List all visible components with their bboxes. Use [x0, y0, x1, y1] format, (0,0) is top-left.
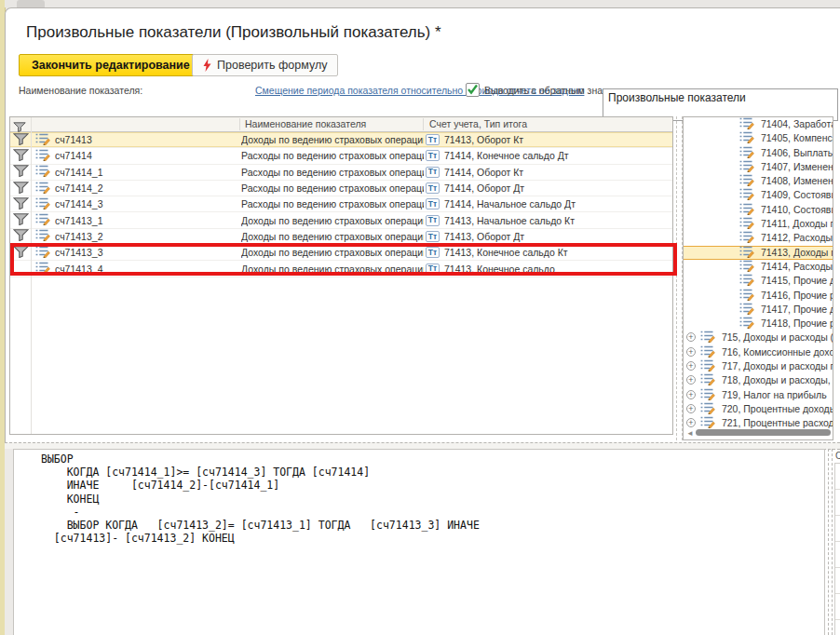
indicator-account: 71414, Начальное сальдо Дт	[444, 198, 576, 209]
tree-item[interactable]: 71409, Состоявшиеся	[684, 188, 833, 202]
tree-item[interactable]: 71405, Компенсация	[684, 131, 833, 145]
tree-item[interactable]: 71406, Выплаты по ст	[684, 146, 833, 160]
filter-funnel-icon	[13, 133, 29, 147]
column-separator	[423, 118, 424, 130]
tree-item-label: 716, Комиссионные доход	[722, 346, 833, 358]
account-list-edit-icon	[700, 345, 715, 359]
account-list-edit-icon	[739, 217, 754, 231]
account-list-edit-icon	[739, 317, 754, 331]
tree-item[interactable]: 71417, Прочие доходы	[684, 303, 833, 317]
indicator-account: 71413, Оборот Кт	[444, 134, 523, 145]
tree-item[interactable]: 71414, Расходы по ве	[684, 260, 833, 274]
expand-plus-icon[interactable]: +	[686, 390, 696, 399]
expand-plus-icon[interactable]: +	[686, 347, 696, 357]
formula-editor[interactable]: ВЫБОР КОГДА [сч71414_1]>= [сч71414_3] ТО…	[13, 449, 825, 635]
row-filter-cell	[10, 196, 31, 211]
tree-item[interactable]: 71415, Прочие доходы	[684, 274, 833, 288]
tree-item[interactable]: + 718, Доходы и расходы, с	[684, 373, 833, 387]
indicator-list-edit-icon	[35, 197, 50, 211]
tree-item[interactable]: 71410, Состоявшиеся	[684, 203, 833, 217]
scroll-left-arrow-icon[interactable]: ◄	[686, 429, 694, 438]
tree-item[interactable]: + 715, Доходы и расходы (к	[684, 331, 833, 345]
column-separator	[239, 118, 240, 130]
tree-item[interactable]: 71404, Заработанные	[684, 117, 833, 131]
tree-item-label: 71417, Прочие доходы	[761, 304, 833, 315]
tree-item-label: 71416, Прочие расход	[761, 290, 833, 301]
row-code-cell: сч71414	[31, 148, 241, 163]
tree-item[interactable]: 71413, Доходы по вед	[684, 246, 833, 260]
filter-funnel-icon	[13, 213, 29, 227]
checkmark-icon	[467, 82, 479, 99]
background-tab[interactable]	[17, 0, 45, 7]
tree-item[interactable]: + 717, Доходы и расходы по	[684, 359, 833, 373]
arbitrary-indicator-editor-window: Произвольные показатели (Произвольный по…	[0, 0, 840, 635]
table-row[interactable]: сч71414_2 Расходы по ведению страховых о…	[10, 181, 672, 196]
tree-item[interactable]: 71408, Изменение ст	[684, 174, 833, 188]
tree-item[interactable]: 71416, Прочие расход	[684, 289, 833, 303]
tree-item[interactable]: + 716, Комиссионные доход	[684, 345, 833, 359]
indicators-table-header[interactable]: Наименование показателя Счет учета, Тип …	[10, 117, 672, 132]
expand-plus-icon[interactable]: +	[686, 404, 696, 413]
filter-funnel-icon	[13, 182, 29, 196]
table-row[interactable]: сч71413_1 Доходы по ведению страховых оп…	[10, 212, 672, 228]
expand-plus-icon[interactable]: +	[686, 375, 696, 385]
account-list-edit-icon	[739, 188, 754, 202]
invert-sign-checkbox[interactable]	[466, 83, 480, 97]
expand-plus-icon[interactable]: +	[686, 418, 696, 427]
tree-item[interactable]: 71411, Доходы по вед	[684, 217, 833, 231]
row-filter-cell	[10, 165, 31, 180]
window-top-strip	[5, 0, 840, 7]
annotation-highlight-rectangle	[10, 243, 677, 276]
formula-left-gutter	[5, 449, 13, 635]
expand-plus-icon[interactable]: +	[686, 332, 696, 342]
check-formula-button[interactable]: Проверить формулу	[192, 54, 338, 76]
indicator-account: 71413, Оборот Дт	[444, 231, 524, 242]
tree-item-label: 718, Доходы и расходы, с	[722, 374, 833, 385]
formula-text: ВЫБОР КОГДА [сч71414_1]>= [сч71414_3] ТО…	[14, 450, 824, 545]
row-filter-cell	[10, 212, 31, 227]
indicator-account: 71414, Конечное сальдо Дт	[444, 150, 569, 161]
expand-plus-icon[interactable]: +	[686, 361, 696, 371]
indicator-name-cell: Расходы по ведению страховых операций по…	[241, 196, 424, 211]
tree-item-label: 71415, Прочие доходы	[761, 275, 833, 286]
indicator-name-cell: Доходы по ведению страховых операций по …	[241, 212, 424, 227]
row-account-cell: Тт71413, Начальное сальдо Кт	[426, 212, 672, 227]
check-formula-label: Проверить формулу	[217, 59, 327, 72]
tree-item-label: 71414, Расходы по ве	[761, 261, 833, 272]
vertical-splitter[interactable]	[676, 116, 683, 440]
tree-horizontal-scrollbar[interactable]: ◄	[684, 428, 833, 438]
tree-item[interactable]: 71407, Изменение ст	[684, 160, 833, 174]
table-row[interactable]: сч71414 Расходы по ведению страховых опе…	[10, 148, 672, 164]
tree-item-label: 715, Доходы и расходы (к	[722, 331, 833, 343]
account-list-edit-icon	[739, 246, 754, 260]
tree-item[interactable]: + 719, Налог на прибыль	[684, 388, 833, 402]
tree-item[interactable]: 71418, Прочие расход	[684, 317, 833, 331]
indicator-account: 71413, Начальное сальдо Кт	[444, 215, 575, 226]
row-code-cell: сч71413	[31, 132, 241, 147]
scrollbar-thumb[interactable]	[696, 429, 831, 436]
column-header-account[interactable]: Счет учета, Тип итога	[429, 117, 527, 131]
right-splitter-dash[interactable]	[828, 449, 829, 635]
account-type-icon: Тт	[426, 167, 440, 178]
account-list-edit-icon	[739, 160, 754, 174]
tree-item-label: 71409, Состоявшиеся	[761, 189, 833, 200]
table-row[interactable]: сч71414_1 Расходы по ведению страховых о…	[10, 165, 672, 181]
account-list-edit-icon	[739, 203, 754, 217]
right-splitter-dash[interactable]	[832, 449, 833, 635]
account-list-edit-icon	[739, 146, 754, 160]
row-filter-cell	[10, 148, 31, 163]
row-code-cell: сч71413_2	[31, 229, 241, 244]
finish-editing-button[interactable]: Закончить редактирование	[19, 54, 203, 76]
account-list-edit-icon	[739, 289, 754, 303]
lightning-icon	[203, 59, 211, 72]
row-code-cell: сч71414_2	[31, 181, 241, 196]
table-row[interactable]: сч71413 Доходы по ведению страховых опер…	[10, 132, 672, 148]
row-account-cell: Тт71414, Начальное сальдо Дт	[426, 196, 672, 211]
account-type-icon: Тт	[426, 182, 440, 194]
column-header-name[interactable]: Наименование показателя	[245, 117, 366, 131]
table-row[interactable]: сч71414_3 Расходы по ведению страховых о…	[10, 196, 672, 212]
tree-item[interactable]: + 720, Процентные доходы	[684, 402, 833, 416]
accounts-tree: 71404, Заработанные 71405, Компенсация 7…	[683, 116, 833, 440]
row-filter-cell	[10, 229, 31, 244]
tree-item[interactable]: 71412, Расходы по ве	[684, 231, 833, 245]
